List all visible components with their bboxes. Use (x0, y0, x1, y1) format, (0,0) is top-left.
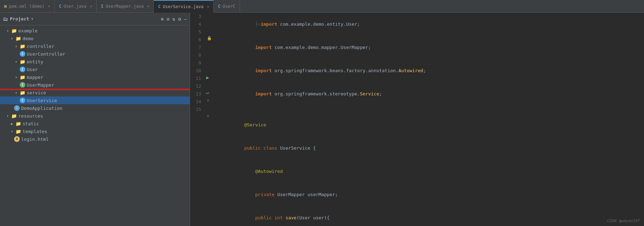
var-usermapper: userMapper (308, 192, 335, 197)
space (305, 192, 308, 197)
tree-item-loginhtml[interactable]: H login.html (0, 135, 190, 143)
tab-icon-c2: C (158, 4, 160, 9)
tab-userservice-label: UserService.java (163, 4, 204, 9)
tab-icon-c: C (59, 4, 61, 9)
line-num-13: 13 (196, 90, 201, 98)
line-num-14: 14 (196, 98, 201, 106)
class-userservice: UserService (280, 145, 310, 151)
tab-pom-label: pom.xml (demo) (9, 4, 44, 9)
label-demo: demo (23, 36, 33, 41)
tree-item-controller[interactable]: ▾ 📁 controller (0, 42, 190, 50)
run-icon-line9[interactable]: ▶ (206, 75, 209, 80)
space (310, 215, 313, 220)
chevron-service: ▾ (14, 91, 18, 95)
tree-item-userservice[interactable]: C UserService (0, 96, 190, 104)
run-icon-line11[interactable]: ↩ (206, 90, 209, 96)
file-icon-usercontroller: C (20, 51, 25, 57)
space (261, 145, 264, 151)
tree-item-entity[interactable]: ▾ 📁 entity (0, 58, 190, 65)
label-usercontroller: UserController (27, 51, 65, 57)
tree-item-demoapplication[interactable]: C DemoApplication (0, 104, 190, 112)
cn-usermapper: UserMapper (341, 45, 368, 50)
tree-item-demo[interactable]: ▾ 📁 demo (0, 34, 190, 42)
param-user: user (313, 215, 324, 220)
brace-open: { (310, 145, 316, 151)
expand-icon[interactable]: ⇅ (172, 16, 175, 22)
indent-marker: ├─ (244, 21, 261, 27)
tab-usermapper[interactable]: I UserMapper.java ✕ (97, 0, 154, 13)
file-icon-user: C (20, 67, 25, 72)
folder-icon-example: 📁 (11, 28, 17, 33)
locate-icon[interactable]: ⊕ (161, 16, 164, 22)
code-text: org.springframework.stereotype. (272, 91, 360, 96)
kw-public12: public (255, 215, 272, 220)
code-content[interactable]: ├─import com.example.demo.entity.User; i… (214, 13, 644, 226)
line-num-3: 3 (196, 13, 201, 20)
settings-icon[interactable]: ⚙ (178, 16, 181, 22)
tab-pom[interactable]: m pom.xml (demo) ✕ (0, 0, 55, 13)
line-num-4: 4 (196, 20, 201, 28)
code-line-3: ├─import com.example.demo.entity.User; (217, 13, 641, 36)
kw-public: public (244, 145, 261, 151)
tab-icon-i: I (101, 4, 103, 9)
label-templates: templates (23, 129, 47, 134)
label-demoapplication: DemoApplication (21, 106, 62, 111)
tab-userservice-close[interactable]: ✕ (207, 5, 209, 8)
label-userservice: UserService (27, 98, 57, 103)
tree-area: ▾ 📁 example ▾ 📁 demo ▾ 📁 controller (0, 25, 190, 226)
tab-usermapper-close[interactable]: ✕ (147, 4, 149, 8)
code-line-10: @Autowired (217, 160, 641, 183)
cn-user: User (346, 21, 357, 27)
tab-user[interactable]: C User.java ✕ (55, 0, 96, 13)
code-area[interactable]: 3 4 5 6 7 8 9 10 11 12 13 14 15 🔒 ▶ (190, 13, 644, 226)
tree-item-user[interactable]: C User (0, 65, 190, 73)
label-static: static (23, 121, 39, 126)
folder-icon-mapper: 📁 (20, 75, 25, 80)
tree-item-usercontroller[interactable]: C UserController (0, 50, 190, 58)
service-highlight-wrapper: ▾ 📁 service C UserService (0, 89, 190, 104)
line-num-12: 12 (196, 82, 201, 90)
code-line-5: import org.springframework.beans.factory… (217, 59, 641, 82)
tab-userservice[interactable]: C UserService.java ✕ (154, 0, 214, 13)
tree-item-mapper[interactable]: ▾ 📁 mapper (0, 73, 190, 81)
dropdown-chevron-icon[interactable]: ▼ (31, 17, 33, 21)
kw-private: private (255, 192, 274, 197)
tree-item-static[interactable]: ▶ 📁 static (0, 120, 190, 127)
folder-icon-controller: 📁 (20, 44, 25, 49)
code-line-12: public int save(User user){ (217, 206, 641, 226)
line-num-7: 7 (196, 44, 201, 51)
semicolon: ; (423, 68, 426, 73)
tree-item-example[interactable]: ▾ 📁 example (0, 27, 190, 34)
paren-close: ){ (324, 215, 330, 220)
code-line-6: import org.springframework.stereotype.Se… (217, 82, 641, 106)
tree-item-usermapper[interactable]: I UserMapper (0, 81, 190, 89)
indent-marker (244, 45, 255, 50)
tree-item-resources[interactable]: ▾ 📁 resources (0, 112, 190, 120)
label-loginhtml: login.html (21, 137, 49, 142)
indent10 (244, 169, 255, 174)
sidebar-toolbar: ⊕ ≡ ⇅ ⚙ — (161, 16, 187, 22)
tab-pom-close[interactable]: ✕ (48, 4, 50, 8)
collapse-all-icon[interactable]: ≡ (166, 16, 169, 22)
type-usermapper: UserMapper (277, 192, 305, 197)
lock-icon-line6: 🔒 (207, 36, 212, 40)
label-mapper: mapper (27, 75, 43, 80)
code-text: com.example.demo.mapper. (272, 45, 341, 50)
tab-userc[interactable]: C UserC (214, 0, 240, 13)
minimize-icon[interactable]: — (184, 16, 187, 22)
kw-int: int (274, 215, 283, 220)
tab-icon-m: m (4, 4, 7, 9)
indent-marker (244, 91, 255, 96)
chevron-resources: ▾ (6, 114, 10, 118)
tab-user-close[interactable]: ✕ (90, 4, 92, 8)
file-icon-demoapplication: C (14, 105, 20, 111)
chevron-controller: ▾ (14, 44, 18, 48)
space (272, 215, 274, 220)
label-usermapper: UserMapper (27, 82, 54, 88)
tree-item-service[interactable]: ▾ 📁 service (0, 89, 190, 96)
folder-icon-entity: 📁 (20, 59, 25, 64)
line-num-8: 8 (196, 51, 201, 59)
tree-item-templates[interactable]: ▾ 📁 templates (0, 127, 190, 135)
label-resources: resources (18, 113, 43, 119)
line-numbers: 3 4 5 6 7 8 9 10 11 12 13 14 15 (190, 13, 206, 226)
